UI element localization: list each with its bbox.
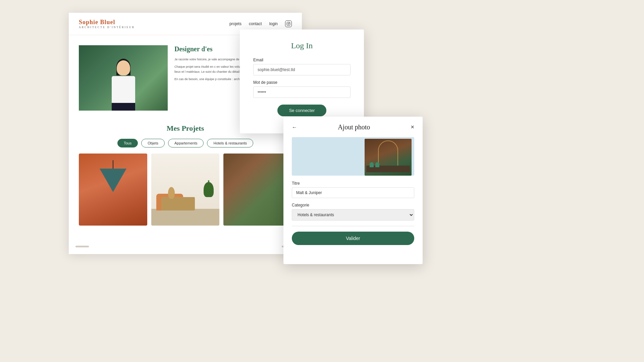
filter-objets[interactable]: Objets <box>141 139 165 147</box>
logo-subtitle: ARCHITECTE D'INTÉRIEUR <box>79 26 135 29</box>
password-group: Mot de passe <box>253 80 351 98</box>
vase <box>168 187 175 199</box>
email-label: Email <box>253 58 351 62</box>
filter-appartements[interactable]: Appartements <box>168 139 204 147</box>
lamp-shade <box>100 169 126 192</box>
nav-link-projets[interactable]: projets <box>229 21 241 26</box>
svg-rect-0 <box>287 22 290 25</box>
modal-title: Ajout photo <box>297 123 411 131</box>
nav-links: projets contact login <box>229 20 292 27</box>
room-floor <box>151 209 220 226</box>
filter-tous[interactable]: Tous <box>117 139 138 147</box>
login-title: Log In <box>253 41 351 50</box>
categorie-select[interactable]: Hotels & restaurants Appartements Objets <box>292 209 414 221</box>
project-item-3[interactable] <box>223 154 292 226</box>
filter-buttons: Tous Objets Appartements Hotels & restau… <box>79 139 292 147</box>
photo-preview-thumbnail <box>365 139 412 176</box>
modal-close-button[interactable]: × <box>411 124 414 131</box>
filter-hotels[interactable]: Hotels & restaurants <box>207 139 253 147</box>
validate-button[interactable]: Valider <box>292 232 414 245</box>
stool-2 <box>375 162 379 167</box>
categorie-label: Categorie <box>292 203 414 207</box>
stool-1 <box>370 162 374 167</box>
desk <box>161 197 195 210</box>
nav-link-contact[interactable]: contact <box>249 21 262 26</box>
email-group: Email <box>253 58 351 75</box>
password-input[interactable] <box>253 86 351 98</box>
plant <box>203 180 214 210</box>
svg-point-1 <box>288 23 289 24</box>
login-submit-button[interactable]: Se connecter <box>277 105 327 116</box>
logo-name: Sophie Bluel <box>79 19 135 26</box>
arch <box>378 140 398 169</box>
instagram-icon[interactable] <box>285 20 292 27</box>
svg-point-2 <box>289 23 289 23</box>
titre-group: Titre <box>292 181 414 198</box>
modal-divider <box>292 226 414 226</box>
password-label: Mot de passe <box>253 80 351 85</box>
project-item-1[interactable] <box>79 154 147 226</box>
modal-back-button[interactable]: ← <box>292 124 297 130</box>
site-logo: Sophie Bluel ARCHITECTE D'INTÉRIEUR <box>79 19 135 29</box>
photo-modal: ← Ajout photo × Titre Categorie Hotels &… <box>283 117 423 264</box>
titre-input[interactable] <box>292 187 414 198</box>
projects-section: Mes Projets Tous Objets Appartements Hot… <box>69 117 302 232</box>
hero-image <box>79 45 168 111</box>
photo-preview[interactable] <box>292 137 414 176</box>
project-item-2[interactable] <box>151 154 220 226</box>
categorie-group: Categorie Hotels & restaurants Apparteme… <box>292 203 414 221</box>
modal-header: ← Ajout photo × <box>292 123 414 131</box>
titre-label: Titre <box>292 181 414 186</box>
project-grid <box>79 154 292 226</box>
email-input[interactable] <box>253 64 351 75</box>
nav-link-login[interactable]: login <box>269 21 278 26</box>
